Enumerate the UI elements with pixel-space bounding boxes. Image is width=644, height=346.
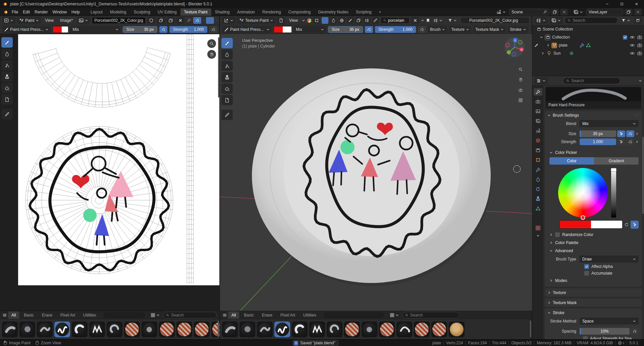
outliner-row-sun[interactable]: Sun [532,49,644,57]
image-browse-button[interactable] [77,17,90,24]
display-mode-dropdown[interactable] [432,17,444,24]
swap-colors-icon[interactable] [625,223,629,227]
brush-asset-thumbnail[interactable] [309,322,325,337]
brush-asset-thumbnail-broken[interactable] [176,322,192,337]
shelf-search-input[interactable] [171,313,214,318]
strength-pressure-toggle[interactable] [418,26,426,33]
tab-data[interactable] [534,205,542,212]
menu-view[interactable]: View [287,17,300,24]
shelf-tab-basic[interactable]: Basic [20,311,37,319]
gradient-tab[interactable]: Gradient [594,157,639,165]
editor-type-button[interactable] [2,17,15,24]
shelf-tab-erase[interactable]: Erase [39,311,56,319]
falloff-toggle[interactable] [313,17,320,24]
stroke-header[interactable]: Stroke [545,308,642,317]
randomize-color-header[interactable]: Randomize Color [545,231,642,239]
object-icon-button[interactable] [277,17,285,24]
brush-popover[interactable]: Brush [428,26,447,33]
texture-header[interactable]: Texture [545,288,642,297]
brush-asset-thumbnail[interactable] [362,322,377,337]
camera-icon[interactable] [637,51,642,56]
affect-alpha-row[interactable]: Affect Alpha [545,263,642,270]
accumulate-row[interactable]: Accumulate [545,270,642,277]
blend-mode-dropdown[interactable]: Mix [294,26,326,33]
maximize-button[interactable] [614,0,629,8]
tool-smear-button[interactable] [1,60,13,70]
size-slider[interactable]: Size35 px [123,26,158,33]
brush-asset-thumbnail-broken[interactable] [124,322,140,337]
viewlayer-type-dropdown[interactable] [572,9,585,15]
strength-pressure-toggle[interactable] [626,138,634,145]
shelf-search-input[interactable] [410,313,456,318]
filter-dropdown[interactable] [446,17,459,24]
paint-3d-toggle[interactable] [372,17,379,24]
scrollbar[interactable] [642,137,644,214]
strength-slider[interactable]: 1.000 [580,138,616,145]
pan-overlay-button[interactable] [517,75,525,83]
brush-asset-thumbnail[interactable] [19,322,35,337]
chevron-right-icon[interactable] [635,132,639,135]
shelf-tab-erase[interactable]: Erase [259,311,276,319]
blend-dropdown[interactable]: Mix [580,120,639,127]
brush-selector[interactable]: Paint Hard Press... [222,26,272,33]
texture-popover[interactable]: Texture [449,26,471,33]
camera-view-button[interactable] [517,86,525,94]
fake-user-button[interactable] [147,17,155,24]
catalog-path-field[interactable] [104,312,145,318]
accumulate-checkbox[interactable] [584,271,589,276]
shelf-search[interactable] [163,312,217,319]
editor-type-button[interactable] [222,17,235,24]
outliner-filter-dropdown[interactable] [620,17,632,24]
tool-mask-button[interactable] [1,94,13,105]
pin-icon[interactable] [543,10,547,14]
adjust-strength-checkbox[interactable] [583,336,588,339]
menu-window[interactable]: Window [50,8,69,16]
dyntopo-toggle[interactable] [330,17,337,24]
brush-asset-thumbnail[interactable] [72,322,88,337]
tool-fill-button[interactable] [1,83,13,93]
chevron-down-icon[interactable] [421,19,424,22]
sphere-falloff-toggle[interactable] [322,17,328,24]
outliner-display-mode[interactable] [549,17,563,24]
display-channels-toggle[interactable] [206,17,214,24]
shelf-tab-all[interactable]: All [228,311,239,319]
image-name-field[interactable]: Porcelain002_2K_Color.jpg [92,17,145,24]
properties-search[interactable] [563,77,620,84]
save-notification[interactable]: i Saved "plate.blend" [292,340,338,346]
scene-copy-button[interactable] [551,9,559,15]
collection-checkbox[interactable] [623,35,627,40]
texture-mask-header[interactable]: Texture Mask [545,298,642,307]
render-slot-toggle[interactable] [193,17,201,24]
stroke-method-dropdown[interactable]: Space [580,318,639,325]
orthographic-toggle-button[interactable] [517,96,525,104]
image-pack-button[interactable] [167,17,175,24]
image-copy-button[interactable] [157,17,165,24]
workspace-tab-rendering[interactable]: Rendering [259,8,284,16]
brush-asset-thumbnail[interactable] [396,322,412,337]
tab-constraints[interactable] [534,195,542,203]
add-workspace-button[interactable]: + [375,8,385,16]
scrollbar[interactable] [218,321,219,337]
value-slider[interactable] [611,168,616,218]
brush-type-dropdown[interactable]: Draw [580,255,639,263]
scene-type-dropdown[interactable] [494,9,508,15]
chevron-down-icon[interactable] [216,19,217,22]
menu-image[interactable]: Image* [58,17,75,24]
unified-strength-toggle[interactable] [617,138,625,145]
editor-type-button[interactable] [534,77,548,84]
brush-asset-thumbnail[interactable] [2,322,18,337]
chevron-right-icon[interactable] [546,44,550,47]
spacing-slider[interactable]: 10% [580,328,630,335]
spacing-pressure-toggle[interactable] [631,328,639,335]
brush-preview-image[interactable] [546,87,641,101]
strength-slider[interactable]: Strength1.000 [375,26,416,33]
brush-asset-thumbnail[interactable] [257,322,273,337]
eye-icon[interactable] [630,35,635,40]
size-slider[interactable]: 35 px [580,130,616,137]
chevron-down-icon[interactable] [639,79,642,82]
menu-render[interactable]: Render [32,8,50,16]
tab-scene[interactable] [534,127,542,134]
workspace-tab-compositing[interactable]: Compositing [284,8,314,16]
viewport-canvas[interactable]: User Perspective (1) plate | Cylinder [220,34,532,311]
tab-particles[interactable] [534,176,542,183]
